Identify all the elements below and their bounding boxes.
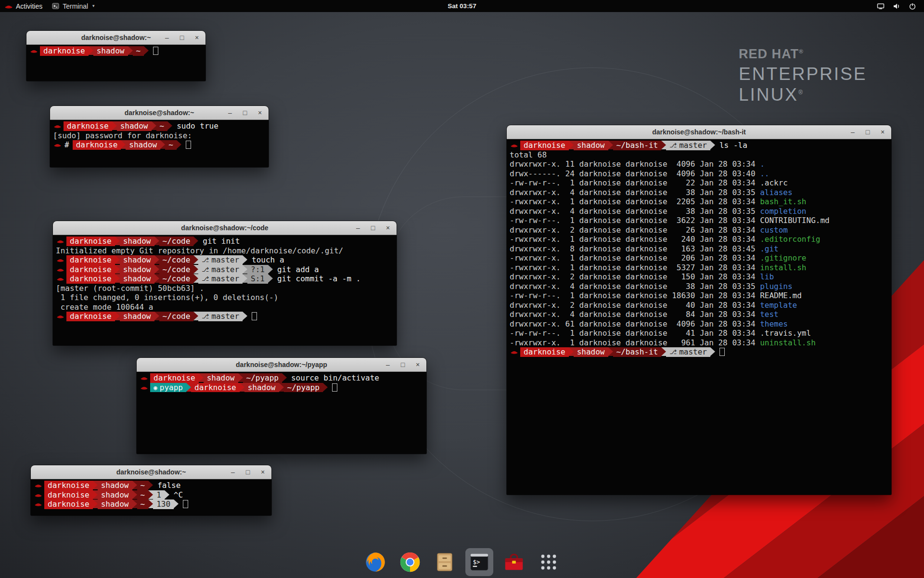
- maximize-button[interactable]: □: [178, 31, 186, 44]
- terminal-line: darknoiseshadow~/code⎇master: [56, 312, 397, 321]
- prompt-segment-path: ~/code: [159, 265, 194, 275]
- ls-columns: drwxrwxr-x. 2 darknoise darknoise 26 Jan…: [510, 225, 760, 235]
- branch-icon: ⎇: [202, 313, 209, 320]
- terminal-content[interactable]: darknoiseshadow~: [26, 45, 205, 81]
- close-button[interactable]: ×: [193, 31, 201, 44]
- terminal-line: -rw-rw-r--. 1 darknoise darknoise 22 Jan…: [510, 178, 891, 188]
- window-titlebar[interactable]: darknoise@shadow:~ – □ ×: [31, 465, 271, 479]
- powerline-arrow-icon: [282, 373, 287, 382]
- close-button[interactable]: ×: [256, 106, 264, 119]
- prompt-segment-git: ⎇master: [198, 265, 243, 275]
- window-titlebar[interactable]: darknoise@shadow:~ – □ ×: [26, 31, 205, 45]
- terminal-icon[interactable]: $>: [465, 548, 493, 576]
- firefox-icon[interactable]: [361, 548, 389, 576]
- close-button[interactable]: ×: [259, 465, 267, 479]
- powerline-arrow-icon: [608, 141, 613, 149]
- close-button[interactable]: ×: [414, 358, 422, 371]
- prompt-segment-path: ~/code: [159, 255, 194, 265]
- prompt-segment-user: darknoise: [66, 265, 115, 275]
- terminal-content[interactable]: darknoiseshadow~/codegit initInitialized…: [53, 235, 397, 345]
- prompt-segment-user: darknoise: [150, 373, 199, 383]
- prompt-segment-path: ~: [156, 121, 168, 131]
- prompt-segment-host: shadow: [120, 312, 154, 321]
- terminal-logo: $>: [468, 551, 490, 573]
- prompt-segment-user: darknoise: [66, 255, 115, 265]
- window-titlebar[interactable]: darknoise@shadow:~/code – □ ×: [53, 221, 397, 235]
- system-status-area[interactable]: [877, 0, 924, 12]
- ls-filename: test: [760, 310, 779, 319]
- prompt-segment-user: darknoise: [191, 383, 240, 393]
- powerline-arrow-icon: [93, 490, 98, 499]
- ls-filename: .git: [760, 244, 779, 253]
- redhat-prompt-icon: [57, 265, 64, 275]
- maximize-button[interactable]: □: [369, 221, 377, 235]
- minimize-button[interactable]: –: [163, 31, 171, 44]
- prompt-segment-git: ⎇master: [198, 255, 243, 265]
- minimize-button[interactable]: –: [849, 125, 857, 139]
- maximize-button[interactable]: □: [864, 125, 872, 139]
- activities-button[interactable]: Activities: [0, 0, 47, 12]
- prompt-segment-exit: 130: [153, 499, 174, 509]
- terminal-line: -rwxrwxr-x. 1 darknoise darknoise 206 Ja…: [510, 253, 891, 263]
- redhat-branding: RED HAT® ENTERPRISE LINUX®: [739, 47, 867, 105]
- maximize-button[interactable]: □: [244, 465, 252, 479]
- minimize-button[interactable]: –: [226, 106, 234, 119]
- terminal-content[interactable]: darknoiseshadow~/pyappsource bin/activat…: [137, 372, 426, 454]
- prompt-segment-gitd: ?:1: [247, 265, 268, 275]
- prompt-segment-git: ⎇master: [198, 312, 243, 321]
- output-text: [sudo] password for darknoise:: [53, 131, 197, 140]
- minimize-button[interactable]: –: [354, 221, 362, 235]
- ls-filename: plugins: [760, 282, 792, 291]
- terminal-cursor: [252, 312, 257, 320]
- window-titlebar[interactable]: darknoise@shadow:~/pyapp – □ ×: [137, 358, 426, 372]
- maximize-button[interactable]: □: [399, 358, 407, 371]
- terminal-content[interactable]: darknoiseshadow~falsedarknoiseshadow~1^C…: [31, 479, 271, 515]
- powerline-arrow-icon: [177, 140, 181, 149]
- branding-red-hat: RED HAT®: [739, 47, 867, 61]
- ls-filename: uninstall.sh: [760, 338, 816, 347]
- prompt-segment-host: shadow: [120, 255, 154, 265]
- redhat-prompt-icon: [35, 481, 42, 490]
- redhat-prompt-icon: [54, 121, 61, 131]
- app-grid-icon[interactable]: [535, 548, 563, 576]
- powerline-arrow-icon: [243, 255, 247, 264]
- powerline-arrow-icon: [167, 121, 172, 130]
- window-titlebar[interactable]: darknoise@shadow:~ – □ ×: [50, 106, 269, 120]
- prompt-segment-host: shadow: [93, 46, 128, 56]
- chrome-icon[interactable]: [396, 548, 424, 576]
- terminal-line: create mode 100644 a: [56, 302, 397, 312]
- window-titlebar[interactable]: darknoise@shadow:~/bash-it – □ ×: [507, 125, 891, 139]
- file-manager-icon[interactable]: [431, 548, 459, 576]
- prompt-segment-host: shadow: [244, 383, 279, 393]
- terminal-line: drwx------. 24 darknoise darknoise 4096 …: [510, 169, 891, 179]
- ls-filename: .ackrc: [760, 178, 788, 187]
- minimize-button[interactable]: –: [229, 465, 237, 479]
- maximize-button[interactable]: □: [241, 106, 249, 119]
- terminal-line: darknoiseshadow~false: [34, 481, 271, 490]
- clock[interactable]: Sat 03:57: [448, 2, 476, 10]
- powerline-arrow-icon: [710, 347, 715, 356]
- terminal-content[interactable]: darknoiseshadow~/bash-it⎇masterls -latot…: [507, 139, 891, 495]
- ls-columns: drwxrwxr-x. 2 darknoise darknoise 40 Jan…: [510, 301, 760, 310]
- redhat-prompt-icon: [141, 383, 148, 393]
- command-text: touch a: [252, 255, 284, 265]
- ls-columns: -rwxrwxr-x. 1 darknoise darknoise 240 Ja…: [510, 235, 760, 244]
- output-text: Initialized empty Git repository in /hom…: [56, 246, 343, 255]
- powerline-arrow-icon: [112, 121, 117, 130]
- prompt-segment-git: ⎇master: [198, 274, 243, 284]
- terminal-content[interactable]: darknoiseshadow~sudo true[sudo] password…: [50, 120, 269, 167]
- chrome-logo: [399, 551, 421, 573]
- close-button[interactable]: ×: [384, 221, 392, 235]
- branch-icon: ⎇: [202, 275, 209, 282]
- volume-icon: [893, 2, 900, 10]
- terminal-window-home-1: darknoise@shadow:~ – □ × darknoiseshadow…: [26, 31, 205, 81]
- powerline-arrow-icon: [154, 236, 159, 245]
- command-text: false: [157, 481, 180, 490]
- ls-columns: -rw-rw-r--. 1 darknoise darknoise 18630 …: [510, 291, 760, 300]
- toolbox-icon[interactable]: [500, 548, 528, 576]
- redhat-logo-icon: [5, 3, 13, 9]
- app-menu-terminal[interactable]: Terminal ▼: [47, 0, 100, 12]
- minimize-button[interactable]: –: [384, 358, 392, 371]
- close-button[interactable]: ×: [879, 125, 886, 139]
- prompt-segment-path: ~: [137, 499, 149, 509]
